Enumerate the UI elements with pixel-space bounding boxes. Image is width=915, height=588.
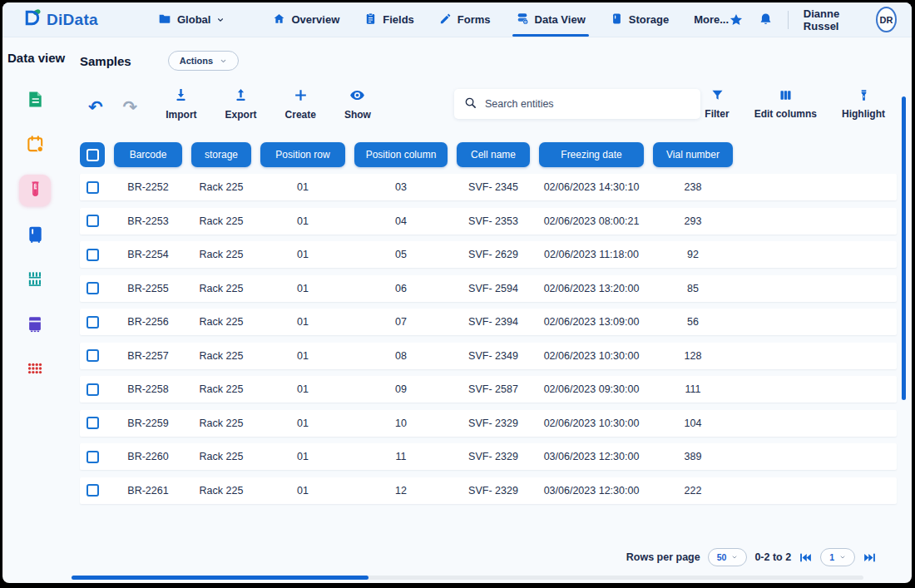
column-header[interactable]: storage — [191, 142, 251, 167]
nav-item-storage[interactable]: Storage — [611, 12, 669, 27]
undo-button[interactable]: ↶ — [88, 98, 103, 116]
nav-item-more[interactable]: More... — [694, 13, 729, 26]
cell: 85 — [653, 283, 733, 294]
table-row: BR-2256Rack 2250107SVF- 239402/06/2023 1… — [80, 309, 897, 335]
cell: Rack 225 — [191, 418, 251, 429]
table-row: BR-2255Rack 2250106SVF- 259402/06/2023 1… — [80, 275, 897, 302]
sidebar-item-samples[interactable] — [19, 175, 51, 206]
column-header[interactable]: Barcode — [114, 142, 182, 167]
row-checkbox[interactable] — [87, 316, 99, 329]
cell: Rack 225 — [191, 181, 251, 193]
row-checkbox[interactable] — [87, 181, 99, 194]
row-checkbox-cell — [80, 181, 105, 194]
plus-icon — [293, 87, 309, 106]
cell: SVF- 2329 — [457, 451, 530, 462]
search-input[interactable] — [485, 98, 690, 110]
cell: Rack 225 — [191, 249, 251, 260]
nav-label: Forms — [458, 13, 491, 26]
cell: 06 — [354, 283, 448, 294]
cell: 02/06/2023 13:09:00 — [539, 316, 644, 328]
cell: 01 — [260, 383, 345, 395]
pagination-footer: Rows per page 50 0-2 to 2 1 — [80, 548, 897, 566]
nav-item-data-view[interactable]: Data View — [516, 12, 586, 27]
cell: BR-2256 — [114, 316, 182, 328]
workspace-selector[interactable]: Global — [158, 12, 225, 27]
nav-items: Overview Fields Forms Data View — [273, 12, 729, 27]
cell: BR-2259 — [114, 418, 182, 429]
cell: Rack 225 — [191, 283, 251, 294]
row-checkbox[interactable] — [87, 249, 99, 261]
row-checkbox[interactable] — [87, 349, 99, 362]
highlight-button[interactable]: Highlight — [842, 88, 885, 120]
vertical-scrollbar[interactable] — [902, 96, 906, 400]
first-page-button[interactable] — [799, 551, 813, 565]
cell: 02/06/2023 10:30:00 — [539, 350, 644, 362]
avatar[interactable]: DR — [876, 7, 897, 32]
row-checkbox[interactable] — [87, 282, 99, 294]
actions-button[interactable]: Actions — [168, 51, 239, 71]
didata-logo[interactable]: DiData — [22, 8, 98, 31]
row-checkbox[interactable] — [87, 484, 99, 497]
cell: 05 — [354, 249, 448, 260]
sidebar-item-racks[interactable] — [19, 264, 51, 296]
cell: Rack 225 — [191, 383, 251, 395]
top-navigation-bar: DiData Global Overview Fields — [2, 2, 912, 37]
cell: 238 — [653, 181, 733, 193]
sidebar-item-calendar[interactable] — [19, 130, 51, 161]
column-header[interactable]: Vial number — [653, 142, 733, 167]
nav-label: Storage — [629, 13, 669, 26]
last-page-button[interactable] — [863, 551, 877, 565]
sidebar-item-freezers[interactable] — [19, 220, 51, 251]
sidebar-item-documents[interactable] — [19, 85, 51, 116]
create-button[interactable]: Create — [285, 87, 316, 121]
row-checkbox[interactable] — [87, 417, 99, 429]
show-button[interactable]: Show — [344, 87, 371, 121]
column-header[interactable]: Cell name — [457, 142, 530, 167]
column-header[interactable]: Position column — [354, 142, 448, 167]
row-checkbox[interactable] — [87, 383, 99, 396]
row-checkbox[interactable] — [87, 451, 99, 463]
search-box[interactable] — [454, 89, 700, 119]
row-checkbox-cell — [80, 484, 105, 497]
edit-columns-label: Edit columns — [754, 108, 817, 120]
cell: SVF- 2329 — [457, 418, 530, 429]
rows-per-page-select[interactable]: 50 — [708, 548, 748, 566]
page-select[interactable]: 1 — [820, 548, 855, 566]
import-button[interactable]: Import — [166, 87, 196, 121]
nav-item-fields[interactable]: Fields — [364, 12, 414, 27]
filter-button[interactable]: Filter — [705, 88, 729, 120]
cell: 12 — [354, 485, 448, 497]
home-icon — [273, 12, 285, 27]
cell: BR-2257 — [114, 350, 182, 362]
sidebar-item-containers[interactable] — [19, 309, 51, 341]
document-icon — [26, 90, 45, 112]
column-header[interactable]: Position row — [260, 142, 345, 167]
nav-item-forms[interactable]: Forms — [439, 12, 491, 27]
select-all-checkbox[interactable] — [80, 142, 105, 167]
cell: 08 — [354, 350, 448, 362]
edit-columns-button[interactable]: Edit columns — [754, 88, 817, 120]
highlight-label: Highlight — [842, 108, 885, 120]
chevron-down-icon — [731, 554, 738, 561]
nav-item-overview[interactable]: Overview — [273, 12, 339, 27]
nav-label: Fields — [383, 13, 414, 26]
cell: 02/06/2023 09:30:00 — [539, 383, 644, 395]
sidebar-item-more-apps[interactable] — [19, 354, 51, 386]
export-button[interactable]: Export — [225, 87, 257, 121]
bell-icon[interactable] — [759, 12, 773, 27]
import-label: Import — [166, 109, 196, 121]
cell: SVF- 2594 — [457, 283, 530, 294]
eye-icon — [349, 87, 366, 106]
horizontal-scrollbar-thumb[interactable] — [72, 576, 368, 580]
cell: 01 — [260, 418, 345, 429]
cell: 03 — [354, 181, 448, 193]
cell: BR-2260 — [114, 451, 182, 462]
cell: 56 — [653, 316, 733, 328]
cell: 01 — [260, 249, 345, 260]
row-checkbox[interactable] — [87, 215, 99, 227]
didata-logo-icon — [22, 8, 42, 31]
redo-button[interactable]: ↷ — [123, 98, 138, 116]
star-icon[interactable] — [729, 12, 744, 27]
column-header[interactable]: Freezing date — [539, 142, 644, 167]
cell: 02/06/2023 13:20:00 — [539, 283, 644, 294]
